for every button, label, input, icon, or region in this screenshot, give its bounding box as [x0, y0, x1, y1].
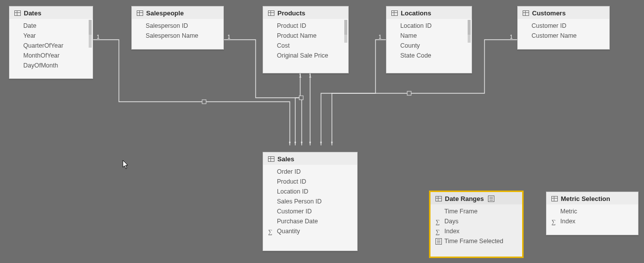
table-title: Metric Selection	[561, 195, 610, 202]
field-item[interactable]: ∑ Days	[430, 216, 522, 226]
table-dates[interactable]: Dates Date Year QuarterOfYear MonthOfYea…	[9, 6, 93, 79]
svg-text:1: 1	[510, 34, 513, 40]
field-list: Customer ID Customer Name	[518, 19, 609, 45]
sigma-icon: ∑	[435, 218, 442, 225]
table-icon	[523, 10, 529, 16]
svg-text:*: *	[320, 141, 322, 146]
table-sales[interactable]: Sales Order ID Product ID Location ID Sa…	[263, 152, 358, 251]
table-header[interactable]: Sales	[263, 152, 357, 165]
table-title: Date Ranges	[445, 195, 484, 202]
field-item[interactable]: County	[386, 41, 472, 51]
table-title: Salespeople	[146, 9, 184, 17]
field-list: Date Year QuarterOfYear MonthOfYear DayO…	[9, 19, 93, 74]
field-list: Time Frame ∑ Days ∑ Index Time Frame Sel…	[430, 204, 522, 250]
scrollbar[interactable]	[344, 20, 347, 43]
field-item[interactable]: Salesperson Name	[132, 31, 223, 41]
table-icon	[268, 156, 274, 162]
field-item[interactable]: ∑ Index	[430, 226, 522, 236]
table-title: Locations	[401, 9, 431, 17]
svg-rect-14	[407, 91, 411, 95]
field-item[interactable]: Product ID	[263, 21, 348, 31]
field-item[interactable]: Time Frame Selected	[430, 236, 522, 246]
svg-text:1: 1	[227, 34, 230, 40]
field-item[interactable]: Date	[9, 21, 93, 31]
svg-text:1: 1	[309, 73, 312, 78]
table-title: Customers	[532, 9, 566, 17]
table-icon	[391, 10, 398, 16]
field-item[interactable]: Product ID	[263, 177, 357, 187]
scrollbar-thumb[interactable]	[344, 20, 347, 35]
table-title: Products	[277, 9, 305, 17]
field-item[interactable]: Order ID	[263, 167, 357, 177]
field-list: Metric ∑ Index	[546, 204, 638, 230]
table-title: Dates	[24, 9, 41, 17]
calc-table-icon	[488, 196, 494, 202]
sigma-icon: ∑	[551, 218, 558, 225]
field-list: Salesperson ID Salesperson Name	[132, 19, 223, 45]
table-header[interactable]: Products	[263, 6, 348, 19]
table-icon	[14, 10, 21, 16]
field-item[interactable]: Customer Name	[518, 31, 609, 41]
table-header[interactable]: Metric Selection	[546, 192, 638, 204]
field-item[interactable]: MonthOfYear	[9, 51, 93, 61]
svg-text:*: *	[309, 141, 311, 146]
field-item[interactable]: Location ID	[263, 187, 357, 197]
svg-text:*: *	[289, 141, 291, 146]
field-list: Product ID Product Name Cost Original Sa…	[263, 19, 348, 65]
table-header[interactable]: Dates	[9, 6, 93, 19]
field-item[interactable]: Product Name	[263, 31, 348, 41]
table-icon	[268, 10, 274, 16]
field-item[interactable]: Sales Person ID	[263, 197, 357, 206]
field-item[interactable]: Cost	[263, 41, 348, 51]
sigma-icon: ∑	[268, 228, 274, 235]
sigma-icon: ∑	[435, 228, 442, 235]
svg-text:1: 1	[97, 34, 100, 40]
svg-text:1: 1	[378, 34, 381, 40]
calc-column-icon	[435, 238, 442, 245]
table-customers[interactable]: Customers Customer ID Customer Name	[517, 6, 610, 50]
table-header[interactable]: Date Ranges	[430, 192, 522, 204]
field-item[interactable]: Customer ID	[518, 21, 609, 31]
table-locations[interactable]: Locations Location ID Name County State …	[386, 6, 472, 73]
scrollbar-thumb[interactable]	[89, 20, 92, 35]
mouse-cursor-icon	[122, 160, 129, 170]
table-header[interactable]: Salespeople	[132, 6, 223, 19]
svg-text:*: *	[331, 141, 333, 146]
field-item[interactable]: Purchase Date	[263, 216, 357, 226]
table-metric-selection[interactable]: Metric Selection Metric ∑ Index	[546, 192, 639, 235]
table-salespeople[interactable]: Salespeople Salesperson ID Salesperson N…	[131, 6, 224, 50]
field-item[interactable]: Salesperson ID	[132, 21, 223, 31]
table-header[interactable]: Locations	[386, 6, 472, 19]
table-icon	[435, 196, 442, 201]
scrollbar[interactable]	[468, 20, 471, 43]
scrollbar-thumb[interactable]	[468, 20, 471, 35]
field-item[interactable]: ∑ Quantity	[263, 226, 357, 236]
field-item[interactable]: State Code	[386, 51, 472, 61]
field-item[interactable]: Name	[386, 31, 472, 41]
table-header[interactable]: Customers	[518, 6, 609, 19]
field-item[interactable]: Year	[9, 31, 93, 41]
svg-text:1: 1	[299, 73, 302, 78]
svg-text:*: *	[301, 141, 303, 146]
table-date-ranges[interactable]: Date Ranges Time Frame ∑ Days ∑ Index Ti…	[430, 192, 523, 257]
field-item[interactable]: ∑ Index	[546, 216, 638, 226]
svg-rect-12	[202, 100, 206, 104]
field-item[interactable]: Location ID	[386, 21, 472, 31]
field-item[interactable]: QuarterOfYear	[9, 41, 93, 51]
field-list: Location ID Name County State Code	[386, 19, 472, 65]
field-item[interactable]: Customer ID	[263, 206, 357, 216]
svg-rect-13	[299, 96, 303, 100]
field-item[interactable]: Metric	[546, 206, 638, 216]
field-item[interactable]: DayOfMonth	[9, 61, 93, 70]
field-item[interactable]: Time Frame	[430, 206, 522, 216]
table-icon	[137, 10, 143, 16]
field-list: Order ID Product ID Location ID Sales Pe…	[263, 165, 357, 240]
table-icon	[551, 196, 558, 201]
svg-text:*: *	[294, 141, 296, 146]
table-title: Sales	[277, 155, 294, 163]
table-products[interactable]: Products Product ID Product Name Cost Or…	[263, 6, 349, 73]
scrollbar[interactable]	[89, 20, 92, 48]
field-item[interactable]: Original Sale Price	[263, 51, 348, 61]
